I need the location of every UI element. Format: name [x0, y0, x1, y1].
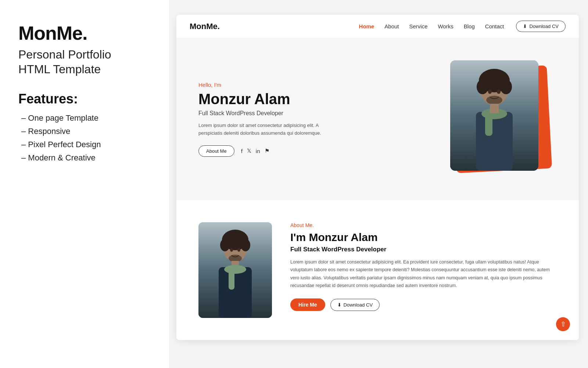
nav-item-service[interactable]: Service [409, 23, 428, 30]
download-cv-label: Download CV [344, 302, 373, 308]
features-title: Features: [18, 91, 151, 107]
hero-role: Full Stack WordPress Developer [198, 110, 424, 117]
linkedin-icon[interactable]: in [256, 148, 260, 154]
nav-link-contact[interactable]: Contact [485, 23, 504, 29]
nav-item-contact[interactable]: Contact [485, 23, 504, 30]
hero-greeting: Hello, I'm [198, 82, 424, 88]
about-content: About Me. I'm Monzur Alam Full Stack Wor… [290, 222, 557, 311]
svg-point-3 [477, 79, 488, 94]
preview-panel: MonMe. Home About Service Works Blog Con… [176, 15, 579, 340]
about-person-illustration [198, 222, 272, 318]
download-icon: ⬇ [523, 24, 527, 29]
svg-rect-21 [219, 267, 252, 318]
nav-item-blog[interactable]: Blog [464, 23, 475, 30]
nav-link-about[interactable]: About [384, 23, 399, 29]
about-photo [198, 222, 272, 318]
about-actions: Hire Me ⬇ Download CV [290, 298, 557, 311]
list-item: – One page Template [18, 113, 151, 123]
scroll-top-button[interactable]: ⇧ [556, 317, 570, 331]
svg-point-15 [220, 239, 230, 251]
twitter-icon[interactable]: 𝕏 [247, 148, 251, 154]
svg-point-18 [237, 248, 240, 252]
hero-photo [450, 60, 538, 171]
about-description: Lorem ipsum dolor sit amet consectetur a… [290, 258, 557, 290]
brand-subtitle: Personal PortfolioHTML Template [18, 47, 151, 77]
about-section: About Me. I'm Monzur Alam Full Stack Wor… [176, 200, 579, 340]
nav-download-cv-label: Download CV [530, 24, 559, 29]
portfolio-icon[interactable]: ⚑ [265, 148, 269, 154]
svg-point-4 [500, 79, 512, 94]
hire-me-button[interactable]: Hire Me [290, 298, 325, 311]
social-icons: f 𝕏 in ⚑ [241, 148, 269, 154]
svg-point-17 [230, 248, 233, 252]
nav-download-cv-button[interactable]: ⬇ Download CV [516, 21, 566, 32]
brand-title: MonMe. [18, 22, 151, 44]
list-item: – Pixel Perfect Design [18, 140, 151, 149]
download-cv-icon: ⬇ [337, 302, 341, 308]
about-label: About Me. [290, 222, 557, 228]
nav-logo: MonMe. [190, 22, 220, 31]
hero-actions: About Me f 𝕏 in ⚑ [198, 145, 424, 157]
list-item: – Responsive [18, 127, 151, 136]
svg-point-22 [224, 265, 246, 274]
hero-content: Hello, I'm Monzur Alam Full Stack WordPr… [198, 82, 424, 157]
hero-description: Lorem ipsum dolor sit amet consectetur a… [198, 122, 323, 137]
svg-point-6 [497, 89, 501, 94]
svg-point-5 [488, 89, 492, 94]
features-list: – One page Template – Responsive – Pixel… [18, 113, 151, 163]
svg-point-7 [486, 96, 502, 105]
download-cv-button[interactable]: ⬇ Download CV [330, 299, 380, 311]
nav-link-service[interactable]: Service [409, 23, 428, 29]
list-item: – Modern & Creative [18, 153, 151, 163]
about-me-button[interactable]: About Me [198, 145, 234, 157]
facebook-icon[interactable]: f [241, 148, 243, 154]
svg-rect-11 [490, 104, 499, 113]
about-role: Full Stack WordPress Developer [290, 246, 557, 253]
left-panel: MonMe. Personal PortfolioHTML Template F… [0, 0, 169, 368]
svg-rect-8 [476, 112, 513, 171]
person-illustration [450, 60, 538, 171]
nav-links: Home About Service Works Blog Contact [359, 23, 504, 30]
hero-name: Monzur Alam [198, 91, 424, 107]
hero-section: Hello, I'm Monzur Alam Full Stack WordPr… [176, 38, 579, 200]
svg-point-16 [241, 239, 250, 251]
nav-item-works[interactable]: Works [438, 23, 453, 30]
about-name: I'm Monzur Alam [290, 231, 557, 244]
nav-item-about[interactable]: About [384, 23, 399, 30]
svg-rect-10 [485, 114, 492, 136]
hero-image-area [424, 60, 549, 178]
nav-item-home[interactable]: Home [359, 23, 374, 30]
nav-link-works[interactable]: Works [438, 23, 453, 29]
nav-link-blog[interactable]: Blog [464, 23, 475, 29]
svg-rect-23 [229, 269, 234, 290]
navbar: MonMe. Home About Service Works Blog Con… [176, 15, 579, 38]
nav-link-home[interactable]: Home [359, 23, 374, 29]
